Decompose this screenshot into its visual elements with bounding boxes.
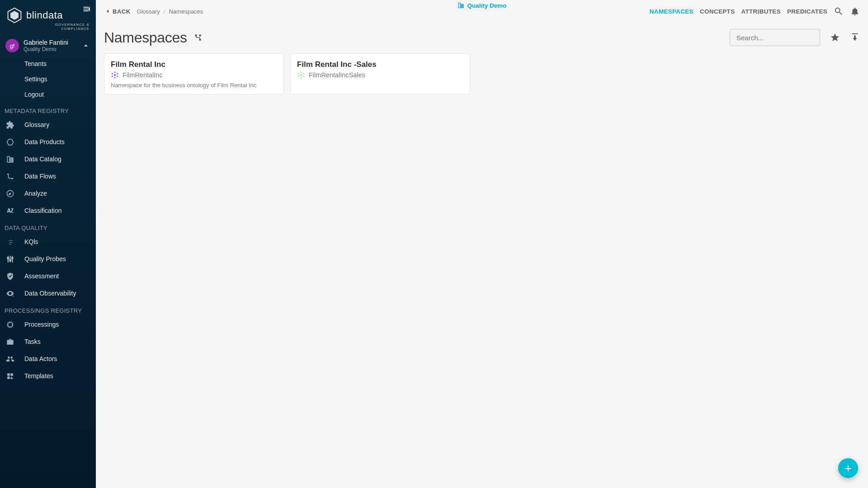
topnav-namespaces[interactable]: NAMESPACES (650, 8, 693, 15)
svg-point-9 (300, 74, 302, 76)
nav-label: Glossary (24, 121, 49, 128)
user-menu-settings[interactable]: Settings (24, 71, 96, 87)
nav-label: Assessment (24, 272, 59, 280)
top-nav: NAMESPACESCONCEPTSATTRIBUTESPREDICATES (650, 6, 860, 16)
brand-name: blindata (26, 9, 63, 21)
sidebar-item-tasks[interactable]: Tasks (0, 333, 96, 350)
nav-label: Processings (24, 321, 59, 328)
tree-view-icon[interactable] (193, 33, 203, 42)
page-title: Namespaces (104, 29, 187, 46)
svg-point-12 (298, 73, 299, 74)
tenant-badge[interactable]: Quality Demo (457, 2, 506, 9)
search-input[interactable] (736, 34, 822, 42)
chevron-up-icon (81, 41, 90, 50)
sidebar-item-data-actors[interactable]: Data Actors (0, 350, 96, 367)
nav-label: Data Observability (24, 290, 76, 297)
tenant-badge-label: Quality Demo (467, 2, 506, 9)
namespace-hash-icon (111, 71, 119, 79)
az-icon (5, 206, 14, 215)
card-title: Film Rental Inc (111, 60, 277, 69)
domain-icon (5, 155, 14, 164)
puzzle-icon (5, 120, 14, 129)
svg-point-14 (298, 75, 299, 77)
card-title: Film Rental Inc -Sales (297, 60, 463, 69)
nav-label: Data Products (24, 138, 65, 145)
nav-label: Analyze (24, 190, 47, 197)
briefcase-icon (5, 337, 14, 346)
people-icon (5, 354, 14, 363)
topnav-attributes[interactable]: ATTRIBUTES (741, 8, 781, 15)
back-button[interactable]: BACK (104, 8, 131, 15)
topnav-predicates[interactable]: PREDICATES (787, 8, 827, 15)
svg-point-2 (114, 74, 116, 76)
crumb-separator: / (164, 8, 165, 15)
nav-label: Quality Probes (24, 255, 66, 263)
breadcrumb: Glossary / Namespaces (137, 8, 203, 15)
sidebar-item-data-catalog[interactable]: Data Catalog (0, 150, 96, 168)
crumb-glossary[interactable]: Glossary (137, 8, 160, 15)
sidebar-item-processings[interactable]: Processings (0, 316, 96, 333)
svg-point-7 (112, 75, 113, 77)
sidebar-item-quality-probes[interactable]: Quality Probes (0, 250, 96, 267)
svg-point-4 (114, 77, 115, 78)
domain-icon (457, 2, 464, 9)
sidebar-item-kqls[interactable]: KQls (0, 233, 96, 250)
sidebar-item-data-flows[interactable]: Data Flows (0, 168, 96, 185)
svg-point-15 (303, 75, 304, 77)
sidebar-item-assessment[interactable]: Assessment (0, 267, 96, 285)
nav-label: Logout (24, 91, 44, 98)
global-search-icon[interactable] (834, 6, 844, 16)
topnav-concepts[interactable]: CONCEPTS (700, 8, 735, 15)
svg-point-5 (112, 73, 113, 74)
card-description: Namespace for the business ontology of F… (111, 82, 277, 89)
flow-icon (5, 172, 14, 181)
svg-point-8 (117, 75, 118, 77)
section-label: DATA QUALITY (0, 219, 96, 233)
compass-icon (5, 189, 14, 198)
svg-point-13 (303, 73, 304, 74)
shield-icon (5, 272, 14, 281)
brand-logo-icon (6, 7, 23, 23)
user-menu-logout[interactable]: Logout (24, 87, 96, 102)
main-content: BACK Glossary / Namespaces Quality Demo … (96, 0, 868, 488)
back-label: BACK (113, 8, 131, 15)
sidebar-item-data-observability[interactable]: Data Observability (0, 285, 96, 302)
user-block[interactable]: gf Gabriele Fantini Quality Demo (0, 35, 96, 56)
sidebar-item-data-products[interactable]: Data Products (0, 133, 96, 150)
brand-tagline: GOVERNANCE & COMPLIANCE (26, 23, 90, 31)
sidebar-item-glossary[interactable]: Glossary (0, 116, 96, 133)
sidebar: blindata GOVERNANCE & COMPLIANCE gf Gabr… (0, 0, 96, 488)
chip-icon (5, 320, 14, 329)
namespace-card[interactable]: Film Rental IncFilmRentalIncNamespace fo… (104, 53, 284, 94)
menu-collapse-icon[interactable] (82, 5, 91, 14)
sidebar-item-analyze[interactable]: Analyze (0, 185, 96, 202)
nav-label: Data Catalog (24, 155, 61, 163)
hexagon-icon (5, 137, 14, 146)
svg-marker-1 (10, 11, 19, 20)
wifi-icon (5, 237, 14, 246)
user-name: Gabriele Fantini (24, 39, 68, 46)
nav-label: Data Actors (24, 355, 57, 362)
nav-label: Tenants (24, 60, 47, 67)
fab-label: + (844, 461, 851, 475)
sidebar-item-classification[interactable]: Classification (0, 202, 96, 219)
user-menu-tenants[interactable]: Tenants (24, 56, 96, 71)
notifications-icon[interactable] (850, 6, 860, 16)
crumb-namespaces[interactable]: Namespaces (169, 8, 203, 15)
download-icon[interactable] (850, 33, 860, 42)
svg-point-11 (300, 77, 302, 78)
svg-point-6 (117, 73, 118, 74)
sidebar-item-templates[interactable]: Templates (0, 367, 96, 385)
nav-label: Tasks (24, 338, 41, 345)
tune-icon (5, 254, 14, 263)
search-box[interactable] (730, 29, 820, 46)
favorite-icon[interactable] (830, 33, 840, 42)
cards-container: Film Rental IncFilmRentalIncNamespace fo… (96, 48, 868, 100)
chevron-left-icon (104, 8, 111, 15)
namespace-card[interactable]: Film Rental Inc -SalesFilmRentalIncSales (290, 53, 470, 94)
fab-add-button[interactable]: + (838, 458, 858, 478)
page-header: Namespaces (96, 21, 868, 48)
user-tenant: Quality Demo (24, 46, 68, 52)
nav-label: Classification (24, 207, 61, 214)
nav-label: KQls (24, 238, 38, 245)
